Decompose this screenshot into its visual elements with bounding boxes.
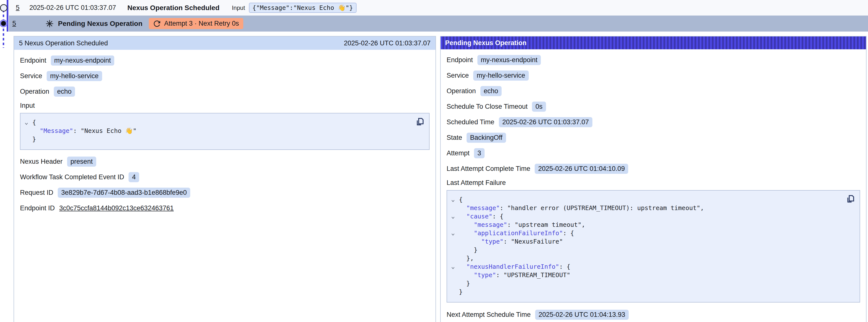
field-value-badge: echo [54, 87, 75, 97]
code-line: } [450, 288, 854, 296]
field-schedule-to-close-timeout: Schedule To Close Timeout 0s [446, 101, 860, 112]
last-attempt-failure-label: Last Attempt Failure [446, 179, 860, 187]
input-json-viewer: {"Message": "Nexus Echo 👋"} [20, 113, 430, 150]
field-value-badge: 3 [474, 148, 485, 158]
field-label: Endpoint ID [20, 204, 55, 212]
attempt-retry-text: Attempt 3 · Next Retry 0s [164, 20, 239, 27]
field-value-badge: 4 [128, 172, 139, 182]
failure-json-viewer: {"message": "handler error (UPSTREAM_TIM… [446, 190, 860, 302]
field-label: Operation [20, 88, 49, 95]
code-line: { [450, 195, 854, 204]
left-panel-header: 5 Nexus Operation Scheduled 2025-02-26 U… [14, 36, 435, 50]
field-endpoint: Endpoint my-nexus-endpoint [446, 55, 860, 65]
field-value-badge: 2025-02-26 UTC 01:04:13.93 [535, 310, 629, 320]
field-value-badge: my-hello-service [46, 71, 102, 81]
field-value-badge: 2025-02-26 UTC 01:04:10.09 [535, 164, 628, 174]
timeline-selected-bar [7, 0, 8, 32]
code-line: "type": "UPSTREAM_TIMEOUT" [450, 271, 854, 279]
pending-panel-title: Pending Nexus Operation [445, 39, 527, 47]
code-line: "nexusHandlerFailureInfo": { [450, 263, 854, 271]
endpoint-id-link[interactable]: 3c0c75ccfa8144b092c13ce632463761 [59, 204, 174, 212]
field-workflow-task-completed-event-id: Workflow Task Completed Event ID 4 [20, 172, 430, 182]
field-scheduled-time: Scheduled Time 2025-02-26 UTC 01:03:37.0… [446, 117, 860, 127]
field-endpoint-id: Endpoint ID 3c0c75ccfa8144b092c13ce63246… [20, 203, 430, 213]
field-label: Service [446, 72, 469, 79]
pending-title: Pending Nexus Operation [58, 20, 142, 28]
event-row-pending[interactable]: 5 Pending Nexus Operation Attempt 3 · Ne… [9, 15, 868, 32]
left-panel-title: 5 Nexus Operation Scheduled [19, 39, 108, 47]
event-id-link[interactable]: 5 [16, 4, 20, 11]
event-timestamp: 2025-02-26 UTC 01:03:37.07 [29, 4, 116, 11]
code-line: } [450, 279, 854, 288]
field-label: Workflow Task Completed Event ID [20, 173, 124, 181]
input-inline-value-badge: {"Message":"Nexus Echo 👋"} [249, 3, 356, 13]
field-state: State BackingOff [446, 132, 860, 143]
code-line: } [23, 135, 423, 143]
field-next-attempt-schedule-time: Next Attempt Schedule Time 2025-02-26 UT… [446, 310, 860, 320]
event-row-scheduled[interactable]: 5 2025-02-26 UTC 01:03:37.07 Nexus Opera… [9, 0, 868, 15]
retry-icon [153, 20, 161, 27]
pending-panel-header: Pending Nexus Operation [441, 36, 866, 49]
field-value-badge: BackingOff [467, 133, 506, 143]
field-value-badge: my-hello-service [473, 70, 529, 80]
field-endpoint: Endpoint my-nexus-endpoint [20, 55, 430, 66]
field-label: Request ID [20, 189, 53, 196]
code-line: "Message": "Nexus Echo 👋" [23, 127, 423, 135]
field-label: Attempt [446, 150, 469, 157]
field-operation: Operation echo [20, 86, 430, 97]
field-label: Next Attempt Schedule Time [446, 311, 531, 319]
code-line: } [450, 246, 854, 254]
field-operation: Operation echo [446, 86, 860, 96]
pending-nexus-operation-panel: Pending Nexus Operation Endpoint my-nexu… [440, 36, 867, 322]
pending-event-id-link[interactable]: 5 [12, 20, 16, 27]
code-line: { [23, 118, 423, 127]
field-nexus-header: Nexus Header present [20, 156, 430, 167]
code-line: }, [450, 254, 854, 263]
copy-button[interactable] [414, 117, 425, 127]
field-label: Scheduled Time [446, 118, 494, 126]
field-value-badge: 3e829b7e-7d67-4b08-aad3-b1e868bfe9e0 [58, 188, 190, 198]
code-line: "applicationFailureInfo": { [450, 229, 854, 237]
code-line: "message": "handler error (UPSTREAM_TIME… [450, 204, 854, 212]
field-request-id: Request ID 3e829b7e-7d67-4b08-aad3-b1e86… [20, 187, 430, 198]
field-label: Endpoint [20, 57, 46, 64]
field-value-badge: my-nexus-endpoint [477, 55, 541, 65]
field-label: Schedule To Close Timeout [446, 103, 528, 110]
event-title: Nexus Operation Scheduled [127, 4, 219, 12]
field-label: Service [20, 72, 42, 80]
pending-asterisk-icon [45, 19, 54, 28]
timeline-node-current [0, 20, 7, 27]
timeline-dashed-line [3, 10, 4, 48]
field-label: Last Attempt Complete Time [446, 165, 530, 172]
code-line: "message": "upstream timeout", [450, 221, 854, 229]
code-line: "type": "NexusFailure" [450, 237, 854, 246]
field-attempt: Attempt 3 [446, 148, 860, 158]
field-label: Endpoint [446, 56, 473, 64]
field-label: Nexus Header [20, 158, 63, 165]
field-value-badge: 0s [532, 102, 546, 112]
field-label: Operation [446, 87, 476, 95]
field-value-badge: echo [480, 86, 502, 96]
input-inline-label: Input [232, 4, 245, 11]
field-value-badge: present [67, 157, 96, 167]
code-line: "cause": { [450, 212, 854, 221]
input-section-label: Input [20, 102, 430, 109]
scheduled-event-detail-panel: 5 Nexus Operation Scheduled 2025-02-26 U… [13, 36, 436, 322]
copy-icon [845, 194, 856, 204]
field-last-attempt-complete-time: Last Attempt Complete Time 2025-02-26 UT… [446, 163, 860, 174]
field-service: Service my-hello-service [20, 71, 430, 81]
copy-icon [414, 117, 425, 127]
field-label: State [446, 134, 462, 141]
field-value-badge: 2025-02-26 UTC 01:03:37.07 [499, 117, 592, 127]
field-value-badge: my-nexus-endpoint [51, 56, 115, 66]
timeline-node-open [0, 4, 7, 11]
copy-button[interactable] [845, 194, 856, 204]
field-service: Service my-hello-service [446, 70, 860, 80]
attempt-retry-badge: Attempt 3 · Next Retry 0s [149, 18, 243, 29]
left-panel-timestamp: 2025-02-26 UTC 01:03:37.07 [344, 39, 431, 47]
